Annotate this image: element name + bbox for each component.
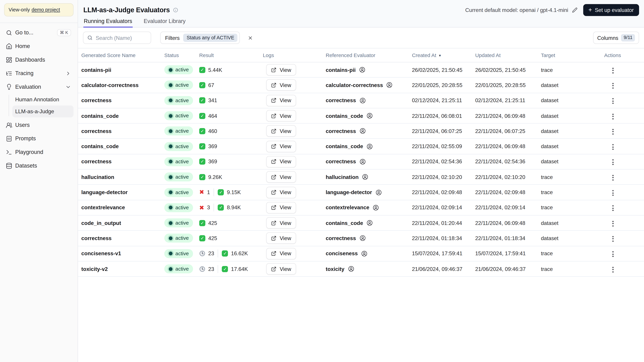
tab-running-evaluators[interactable]: Running Evaluators	[83, 17, 132, 27]
sidebar-item-datasets[interactable]: Datasets	[4, 159, 74, 172]
sidebar-item-home[interactable]: Home	[4, 39, 74, 53]
target-value: trace	[541, 205, 553, 211]
score-name: contextrelevance	[81, 205, 125, 211]
cell-score-name: correctness	[78, 231, 164, 246]
cell-referenced-evaluator: contains_code	[326, 215, 412, 231]
table-row[interactable]: correctnessactive✓425Viewcorrectness22/1…	[78, 231, 644, 246]
tab-evaluator-library[interactable]: Evaluator Library	[143, 17, 186, 27]
cell-logs: View	[263, 77, 326, 93]
demo-project-link[interactable]: demo project	[32, 7, 60, 13]
filters-button[interactable]: Filters Status any of ACTIVE	[160, 32, 240, 44]
column-header-result[interactable]: Result	[199, 48, 263, 62]
edit-model-icon[interactable]	[572, 7, 577, 12]
sidebar-item-users[interactable]: Users	[4, 118, 74, 132]
evaluator-name: language-detector	[326, 189, 372, 195]
row-actions-button[interactable]	[607, 80, 618, 91]
table-row[interactable]: contextrelevanceactive✖3✓8.94KViewcontex…	[78, 200, 644, 215]
view-logs-button[interactable]: View	[266, 79, 296, 91]
row-actions-button[interactable]	[607, 172, 618, 183]
table-row[interactable]: correctnessactive✓369Viewcorrectness22/1…	[78, 154, 644, 169]
row-actions-button[interactable]	[607, 111, 618, 122]
info-icon[interactable]	[173, 7, 178, 12]
view-logs-button[interactable]: View	[266, 64, 296, 75]
column-header-actions[interactable]: Actions	[604, 48, 644, 62]
row-actions-button[interactable]	[607, 203, 618, 214]
table-row[interactable]: contains_codeactive✓369Viewcontains_code…	[78, 139, 644, 154]
view-logs-button[interactable]: View	[266, 187, 296, 198]
view-logs-button[interactable]: View	[266, 171, 296, 183]
cell-referenced-evaluator: correctness	[326, 93, 412, 108]
check-icon: ✓	[199, 235, 205, 241]
table-row[interactable]: contains-piiactive✓5.44KViewcontains-pii…	[78, 62, 644, 77]
sidebar-item-dashboards[interactable]: Dashboards	[4, 53, 74, 66]
table-row[interactable]: calculator-correctnessactive✓67Viewcalcu…	[78, 77, 644, 93]
sidebar-item-llm-as-a-judge[interactable]: LLM-as-a-Judge	[12, 106, 74, 117]
search-icon	[6, 29, 12, 36]
cell-target: dataset	[541, 123, 604, 139]
row-actions-button[interactable]	[607, 218, 618, 229]
row-actions-button[interactable]	[607, 188, 618, 198]
row-actions-button[interactable]	[607, 126, 618, 137]
view-logs-button[interactable]: View	[266, 248, 296, 259]
column-header-logs[interactable]: Logs	[263, 48, 326, 62]
view-logs-button[interactable]: View	[266, 263, 296, 275]
column-header-generated-score-name[interactable]: Generated Score Name	[78, 48, 164, 62]
score-name: conciseness-v1	[81, 251, 121, 257]
clear-filters-button[interactable]	[245, 33, 255, 43]
row-actions-button[interactable]	[607, 233, 618, 244]
cell-score-name: conciseness-v1	[78, 246, 164, 261]
row-actions-button[interactable]	[607, 157, 618, 168]
cell-result: 23✓17.64K	[199, 261, 263, 277]
view-logs-button[interactable]: View	[266, 202, 296, 213]
sidebar-item-human-annotation[interactable]: Human Annotation	[12, 94, 74, 106]
sidebar-item-evaluation[interactable]: Evaluation	[4, 80, 74, 94]
cell-result: ✓9.26K	[199, 169, 263, 185]
column-header-referenced-evaluator[interactable]: Referenced Evaluator	[326, 48, 412, 62]
sidebar-item-go-to[interactable]: Go to...⌘ K	[4, 26, 74, 39]
view-logs-button[interactable]: View	[266, 141, 296, 152]
cell-target: trace	[541, 261, 604, 277]
view-logs-button[interactable]: View	[266, 232, 296, 244]
row-actions-button[interactable]	[607, 264, 618, 275]
cell-result: ✓369	[199, 139, 263, 154]
row-actions-button[interactable]	[607, 249, 618, 260]
column-header-status[interactable]: Status	[164, 48, 199, 62]
row-actions-button[interactable]	[607, 142, 618, 152]
view-logs-button[interactable]: View	[266, 217, 296, 229]
view-logs-button[interactable]: View	[266, 156, 296, 167]
sidebar-item-label: Dashboards	[15, 57, 71, 63]
cell-referenced-evaluator: correctness	[326, 231, 412, 246]
view-logs-button[interactable]: View	[266, 110, 296, 121]
table-row[interactable]: correctnessactive✓341Viewcorrectness02/1…	[78, 93, 644, 108]
table-row[interactable]: conciseness-v1active23✓16.62KViewconcise…	[78, 246, 644, 261]
database-icon	[6, 162, 12, 169]
kebab-menu-icon	[612, 190, 613, 196]
columns-button[interactable]: Columns 9/11	[593, 32, 639, 44]
view-logs-button[interactable]: View	[266, 125, 296, 137]
search-input[interactable]	[96, 35, 147, 41]
table-row[interactable]: toxicity-v2active23✓17.64KViewtoxicity21…	[78, 261, 644, 277]
sidebar-item-prompts[interactable]: Prompts	[4, 132, 74, 145]
setup-evaluator-button[interactable]: + Set up evaluator	[583, 4, 639, 16]
column-header-created-at[interactable]: Created At▼	[412, 48, 475, 62]
row-actions-button[interactable]	[607, 65, 618, 76]
column-header-updated-at[interactable]: Updated At	[475, 48, 541, 62]
sidebar-header: View-only demo project	[0, 0, 78, 23]
row-actions-button[interactable]	[607, 96, 618, 106]
status-label: active	[175, 190, 189, 195]
created-value: 22/11/2024, 01:20:44	[412, 220, 462, 226]
sidebar-item-tracing[interactable]: Tracing	[4, 66, 74, 80]
cell-referenced-evaluator: contextrelevance	[326, 200, 412, 215]
table-row[interactable]: correctnessactive✓460Viewcorrectness22/1…	[78, 123, 644, 139]
cell-created: 26/02/2025, 21:50:45	[412, 62, 475, 77]
sidebar-item-playground[interactable]: Playground	[4, 145, 74, 159]
table-row[interactable]: language-detectoractive✖1✓9.15KViewlangu…	[78, 185, 644, 200]
created-value: 22/11/2024, 02:09:14	[412, 205, 462, 211]
table-row[interactable]: hallucinationactive✓9.26KViewhallucinati…	[78, 169, 644, 185]
column-header-target[interactable]: Target	[541, 48, 604, 62]
view-logs-button[interactable]: View	[266, 95, 296, 106]
cell-actions	[604, 169, 644, 185]
table-row[interactable]: contains_codeactive✓464Viewcontains_code…	[78, 108, 644, 123]
target-value: trace	[541, 266, 553, 272]
table-row[interactable]: code_in_outputactive✓425Viewcontains_cod…	[78, 215, 644, 231]
